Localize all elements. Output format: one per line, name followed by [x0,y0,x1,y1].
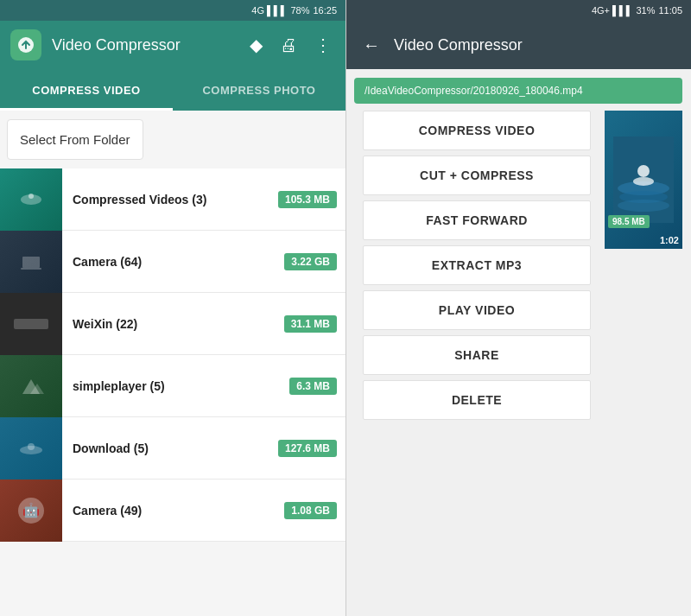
cut-compress-button[interactable]: CUT + COMPRESS [363,156,591,195]
mountain-icon [18,375,44,397]
folder-thumbnail-6: 🤖 [0,479,62,542]
folder-thumbnail-4 [0,355,62,417]
video-thumbnail: 98.5 MB 1:02 [605,111,682,249]
list-item[interactable]: simpleplayer (5) 6.3 MB [0,355,346,417]
play-video-button[interactable]: PLAY VIDEO [363,290,591,330]
right-panel: /IdeaVideoCompressor/20180926_180046.mp4… [346,69,691,616]
action-buttons-container: COMPRESS VIDEO CUT + COMPRESS FAST FORWA… [363,111,591,425]
compress-icon [16,35,35,54]
right-signal: 4G+ ▌▌▌ [592,5,633,16]
select-from-folder-button[interactable]: Select From Folder [7,119,143,160]
extract-mp3-button[interactable]: EXTRACT MP3 [363,245,591,285]
left-app-bar: Video Compressor ◆ 🖨 ⋮ [0,21,346,69]
video-thumb-inner [605,111,682,249]
svg-point-8 [28,443,35,450]
right-app-bar: ← Video Compressor [346,21,691,69]
folder-thumbnail-1 [0,168,62,231]
water-icon [18,440,44,457]
left-panel: Select From Folder Compressed Videos (3)… [0,111,346,616]
left-app-title: Video Compressor [52,36,236,54]
right-time: 11:05 [658,5,682,16]
svg-point-14 [633,177,654,186]
folder-info-1: Compressed Videos (3) [62,193,278,206]
folder-info-2: Camera (64) [62,255,284,269]
tab-compress-photo[interactable]: COMPRESS PHOTO [173,69,346,111]
svg-rect-3 [22,257,40,268]
tab-bar: COMPRESS VIDEO COMPRESS PHOTO [0,69,346,111]
printer-icon[interactable]: 🖨 [276,32,301,59]
video-preview-svg [613,137,674,223]
more-options-icon[interactable]: ⋮ [311,31,335,59]
list-item[interactable]: 🤖 Camera (49) 1.08 GB [0,479,346,542]
folder-info-5: Download (5) [62,441,278,455]
video-duration: 1:02 [660,235,679,245]
folder-thumbnail-5 [0,417,62,479]
left-signal: 4G ▌▌▌ [251,5,287,16]
folder-info-6: Camera (49) [62,504,284,518]
list-item[interactable]: Compressed Videos (3) 105.3 MB [0,168,346,231]
diamond-icon[interactable]: ◆ [246,31,266,59]
back-arrow-icon[interactable]: ← [359,32,384,59]
file-path-bar: /IdeaVideoCompressor/20180926_180046.mp4 [354,78,682,104]
app-icon [10,29,41,60]
list-item[interactable]: Camera (64) 3.22 GB [0,231,346,293]
right-app-title: Video Compressor [394,36,677,54]
laptop-icon [18,253,44,270]
list-item[interactable]: WeiXin (22) 31.1 MB [0,293,346,355]
folder-thumbnail-2 [0,231,62,293]
left-time: 16:25 [313,5,337,16]
video-size-badge: 98.5 MB [608,215,650,228]
list-item[interactable]: Download (5) 127.6 MB [0,417,346,479]
folder-thumbnail-3 [0,293,62,355]
delete-button[interactable]: DELETE [363,380,591,420]
compress-video-button[interactable]: COMPRESS VIDEO [363,111,591,150]
swim-icon [18,191,44,208]
right-status-bar: 4G+ ▌▌▌ 31% 11:05 [346,0,691,21]
right-battery: 31% [636,5,655,16]
fast-forward-button[interactable]: FAST FORWARD [363,200,591,240]
panel-divider [346,0,346,616]
share-button[interactable]: SHARE [363,335,591,375]
svg-point-12 [618,200,669,212]
folder-info-4: simpleplayer (5) [62,379,289,393]
svg-point-13 [637,165,650,177]
folder-info-3: WeiXin (22) [62,317,284,331]
left-battery: 78% [290,5,309,16]
svg-point-2 [29,194,34,199]
svg-rect-4 [21,268,41,270]
tab-compress-video[interactable]: COMPRESS VIDEO [0,69,173,111]
left-status-bar: 4G ▌▌▌ 78% 16:25 [0,0,346,21]
